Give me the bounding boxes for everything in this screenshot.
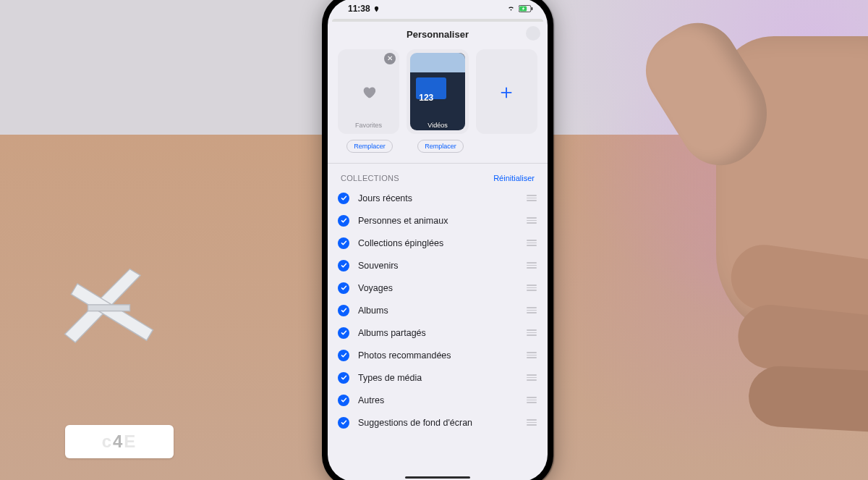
replace-row: Remplacer Remplacer [328,134,548,159]
collection-row[interactable]: Photos recommandées [338,344,537,366]
collection-label: Jours récents [358,193,526,203]
replace-videos-button[interactable]: Remplacer [417,140,464,153]
wifi-icon [506,5,516,12]
tile-videos-thumb [410,53,465,130]
tile-favorites[interactable]: ✕ Favorites [338,49,399,134]
checkmark-icon[interactable] [338,395,349,406]
collections-title: COLLECTIONS [341,174,399,182]
svg-rect-5 [88,305,130,311]
collection-label: Collections épinglées [358,238,526,248]
drag-handle-icon[interactable] [526,397,537,403]
sheet-title: Personnaliser [407,29,469,40]
background-sheet-edge [332,19,543,22]
location-icon [373,6,380,12]
collections-header: COLLECTIONS Réinitialiser [328,164,548,187]
drag-handle-icon[interactable] [526,262,537,269]
drag-handle-icon[interactable] [526,419,537,426]
drag-handle-icon[interactable] [526,329,537,336]
tile-favorites-label: Favorites [355,122,382,129]
collection-label: Personnes et animaux [358,216,526,226]
collection-row[interactable]: Voyages [338,277,537,299]
watermark-right: E [124,431,137,452]
pinned-tiles-row: ✕ Favorites ✕ Vidéos ＋ [328,45,548,134]
drag-handle-icon[interactable] [526,307,537,313]
collection-label: Suggestions de fond d'écran [358,418,526,428]
overlay-x-logo [56,261,161,366]
drag-handle-icon[interactable] [526,195,537,201]
battery-charging-icon [519,5,533,12]
collection-row[interactable]: Souvenirs [338,254,537,277]
collection-label: Autres [358,395,526,405]
status-bar: 11:38 [328,0,548,19]
checkmark-icon[interactable] [338,282,349,294]
collection-label: Souvenirs [358,261,526,271]
drag-handle-icon[interactable] [526,217,537,224]
checkmark-icon[interactable] [338,305,349,316]
collection-label: Albums [358,306,526,316]
collection-label: Albums partagés [358,328,526,338]
collection-row[interactable]: Personnes et animaux [338,209,537,232]
reset-button[interactable]: Réinitialiser [493,174,535,182]
tile-add[interactable]: ＋ [476,49,537,134]
collection-row[interactable]: Albums partagés [338,321,537,344]
watermark-left: c [102,431,113,452]
remove-favorites-icon[interactable]: ✕ [384,53,396,64]
collection-label: Types de média [358,373,526,383]
checkmark-icon[interactable] [338,193,349,204]
tile-videos-label: Vidéos [427,122,447,129]
collection-row[interactable]: Autres [338,389,537,411]
checkmark-icon[interactable] [338,327,349,339]
collection-row[interactable]: Collections épinglées [338,232,537,254]
checkmark-icon[interactable] [338,350,349,361]
close-sheet-button[interactable] [526,26,540,41]
svg-rect-2 [532,7,533,10]
sheet-header: Personnaliser [328,23,548,45]
status-time: 11:38 [348,4,370,14]
tile-videos[interactable]: ✕ Vidéos [407,49,469,134]
checkmark-icon[interactable] [338,237,349,249]
iphone-screen: 11:38 Personnaliser ✕ Favorites ✕ Vidéos [328,0,548,480]
collection-row[interactable]: Suggestions de fond d'écran [338,411,537,434]
replace-favorites-button[interactable]: Remplacer [346,140,393,153]
drag-handle-icon[interactable] [526,374,537,381]
checkmark-icon[interactable] [338,372,349,384]
watermark-badge: c4E [65,425,174,458]
collections-list: Jours récentsPersonnes et animauxCollect… [328,187,548,434]
collection-row[interactable]: Jours récents [338,187,537,209]
checkmark-icon[interactable] [338,417,349,429]
checkmark-icon[interactable] [338,260,349,271]
collection-label: Photos recommandées [358,350,526,361]
collection-label: Voyages [358,283,526,293]
collection-row[interactable]: Albums [338,299,537,321]
drag-handle-icon[interactable] [526,352,537,358]
home-indicator[interactable] [405,476,470,479]
checkmark-icon[interactable] [338,215,349,227]
watermark-mid: 4 [113,431,124,452]
plus-icon: ＋ [496,78,516,106]
drag-handle-icon[interactable] [526,285,537,291]
drag-handle-icon[interactable] [526,240,537,246]
heart-icon [361,84,377,100]
iphone-frame: 11:38 Personnaliser ✕ Favorites ✕ Vidéos [322,0,553,480]
collection-row[interactable]: Types de média [338,366,537,389]
